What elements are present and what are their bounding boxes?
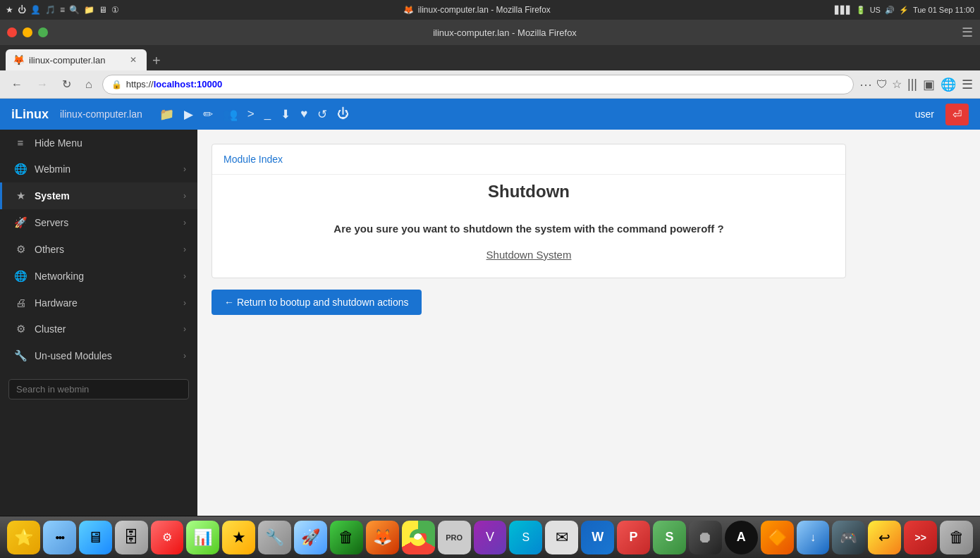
dock-icon-teamviewer[interactable]: >> xyxy=(904,521,937,554)
browser-menu-btn[interactable]: ☰ xyxy=(962,25,973,40)
new-tab-btn[interactable]: + xyxy=(148,53,165,69)
webmin-nav-power[interactable]: ⏻ xyxy=(337,107,349,121)
module-card-body: Are you sure you want to shutdown the sy… xyxy=(212,209,845,278)
dock-icon-vlc[interactable]: 🔶 xyxy=(761,521,794,554)
back-btn[interactable]: ← xyxy=(7,75,27,94)
dock-icon-pro[interactable]: PRO xyxy=(438,521,471,554)
webmin-nav-download[interactable]: ⬇ xyxy=(281,107,290,122)
sidebar-label-others: Others xyxy=(35,244,176,255)
dock-icon-skype[interactable]: S xyxy=(509,521,542,554)
tab-close-btn[interactable]: ✕ xyxy=(127,54,140,66)
tab-label: ilinux-computer.lan xyxy=(29,55,105,66)
browser-menu-icon[interactable]: ☰ xyxy=(962,77,973,92)
sidebar-item-system[interactable]: ★ System › xyxy=(0,182,197,209)
webmin-nav-health[interactable]: ♥ xyxy=(300,107,307,121)
dock-icon-back[interactable]: ↩ xyxy=(868,521,901,554)
webmin-nav-files[interactable]: 📁 xyxy=(159,107,174,122)
taskbar-icon-star[interactable]: ★ xyxy=(6,5,13,15)
taskbar-right: ▋▋▋ 🔋 US 🔊 ⚡ Tue 01 Sep 11:00 xyxy=(835,6,974,15)
dock-icon-word[interactable]: W xyxy=(581,521,614,554)
forward-btn[interactable]: → xyxy=(32,75,52,94)
webmin-nav-terminal[interactable]: > xyxy=(247,107,255,121)
dock-icon-trash2[interactable]: 🗑 xyxy=(330,521,363,554)
dock-icon-cabinet[interactable]: 🗄 xyxy=(115,521,148,554)
taskbar-firefox-icon: 🦊 xyxy=(403,5,414,15)
browser-right-toolbar: ||| ▣ 🌐 ☰ xyxy=(907,77,973,92)
bookmark-icon[interactable]: ☆ xyxy=(892,78,902,91)
sidebar-item-cluster[interactable]: ⚙ Cluster › xyxy=(0,316,197,342)
dock-icon-chrome[interactable] xyxy=(402,521,435,554)
browser-tab-active[interactable]: 🦊 ilinux-computer.lan ✕ xyxy=(6,49,147,70)
sidebar-search xyxy=(0,372,197,407)
taskbar-icon-screen[interactable]: 🖥 xyxy=(99,5,107,15)
taskbar-icon-folder[interactable]: 📁 xyxy=(84,5,94,15)
dock-icon-asc[interactable]: A xyxy=(725,521,758,554)
search-input[interactable] xyxy=(8,379,189,399)
address-bar[interactable]: 🔒 https://localhost:10000 xyxy=(102,75,854,94)
webmin-nav-play[interactable]: ▶ xyxy=(184,107,193,122)
webmin-nav-edit[interactable]: ✏ xyxy=(203,107,213,122)
sidebar-icon[interactable]: ▣ xyxy=(923,77,935,92)
dock-icon-obs[interactable]: ⏺ xyxy=(689,521,722,554)
webmin-nav-minimize[interactable]: _ xyxy=(264,107,271,121)
dock-icon-starred[interactable]: ★ xyxy=(222,521,255,554)
dock-icon-chart[interactable]: 📊 xyxy=(186,521,219,554)
taskbar-icon-num[interactable]: ① xyxy=(111,5,119,15)
sidebar-item-networking[interactable]: 🌐 Networking › xyxy=(0,263,197,290)
dock-icon-dots[interactable]: ●●● xyxy=(43,521,76,554)
dock-icon-rocket[interactable]: 🚀 xyxy=(294,521,327,554)
sidebar-item-webmin[interactable]: 🌐 Webmin › xyxy=(0,156,197,182)
window-minimize-btn[interactable] xyxy=(23,27,32,37)
webmin-nav-users[interactable]: 👥 xyxy=(223,107,238,122)
webmin-nav-refresh[interactable]: ↺ xyxy=(317,107,327,122)
account-icon[interactable]: 🌐 xyxy=(941,77,956,92)
sidebar-item-hide-menu[interactable]: ≡ Hide Menu xyxy=(0,130,197,156)
sidebar-label-system: System xyxy=(35,190,176,202)
taskbar-signal: ▋▋▋ xyxy=(835,6,852,15)
others-icon: ⚙ xyxy=(13,243,27,256)
unused-icon: 🔧 xyxy=(13,349,27,362)
module-card: Module Index Shutdown Are you sure you w… xyxy=(212,144,846,278)
return-to-bootup-btn[interactable]: ← Return to bootup and shutdown actions xyxy=(212,290,422,315)
taskbar-keyboard: US xyxy=(870,6,881,14)
taskbar-icon-music[interactable]: 🎵 xyxy=(45,5,56,15)
sidebar-item-hardware[interactable]: 🖨 Hardware › xyxy=(0,290,197,316)
more-btn[interactable]: ⋯ xyxy=(859,77,872,92)
dock-icon-star[interactable]: ⭐ xyxy=(7,521,40,554)
webmin-chevron: › xyxy=(183,164,186,174)
window-close-btn[interactable] xyxy=(7,27,17,37)
dock-icon-toggle[interactable]: ⚙ xyxy=(151,521,184,554)
browser-addressbar: ← → ↻ ⌂ 🔒 https://localhost:10000 ⋯ 🛡 ☆ … xyxy=(0,70,980,99)
dock-icon-tools[interactable]: 🔧 xyxy=(258,521,291,554)
main-layout: ≡ Hide Menu 🌐 Webmin › ★ System › 🚀 Serv… xyxy=(0,130,980,516)
tab-favicon: 🦊 xyxy=(13,54,25,66)
webmin-logo[interactable]: iLinux xyxy=(11,107,49,122)
sidebar-item-unused-modules[interactable]: 🔧 Un-used Modules › xyxy=(0,342,197,369)
window-maximize-btn[interactable] xyxy=(38,27,48,37)
dock-icon-qbt[interactable]: ↓ xyxy=(797,521,830,554)
taskbar-volume: 🔊 xyxy=(885,6,895,15)
dock-icon-viber[interactable]: V xyxy=(474,521,507,554)
dock-icon-bird[interactable]: ✉ xyxy=(545,521,578,554)
reload-btn[interactable]: ↻ xyxy=(58,75,75,94)
shutdown-system-btn[interactable]: Shutdown System xyxy=(481,246,577,264)
sidebar-item-others[interactable]: ⚙ Others › xyxy=(0,236,197,263)
dock-icon-finder[interactable]: 🖥 xyxy=(79,521,112,554)
dock-icon-wps2[interactable]: S xyxy=(653,521,686,554)
taskbar-icon-menu[interactable]: ≡ xyxy=(60,5,65,15)
taskbar-icon-search[interactable]: 🔍 xyxy=(69,5,80,15)
library-icon[interactable]: ||| xyxy=(907,77,917,92)
dock-icon-steam[interactable]: 🎮 xyxy=(832,521,865,554)
dock-icon-wps[interactable]: P xyxy=(617,521,650,554)
os-taskbar-top: ★ ⏻ 👤 🎵 ≡ 🔍 📁 🖥 ① 🦊 ilinux-computer.lan … xyxy=(0,0,980,20)
sidebar-item-servers[interactable]: 🚀 Servers › xyxy=(0,209,197,236)
webmin-logout-btn[interactable]: ⏎ xyxy=(945,104,969,125)
module-index-link[interactable]: Module Index xyxy=(223,154,283,165)
os-dock: ⭐ ●●● 🖥 🗄 ⚙ 📊 ★ 🔧 🚀 🗑 🦊 PRO V S ✉ W P S … xyxy=(0,516,980,558)
dock-icon-firefox[interactable]: 🦊 xyxy=(366,521,399,554)
home-btn[interactable]: ⌂ xyxy=(81,75,97,94)
taskbar-icon-user[interactable]: 👤 xyxy=(30,5,41,15)
webmin-hostname[interactable]: ilinux-computer.lan xyxy=(60,108,142,120)
dock-icon-trash[interactable]: 🗑 xyxy=(940,521,973,554)
taskbar-icon-power[interactable]: ⏻ xyxy=(18,5,26,15)
